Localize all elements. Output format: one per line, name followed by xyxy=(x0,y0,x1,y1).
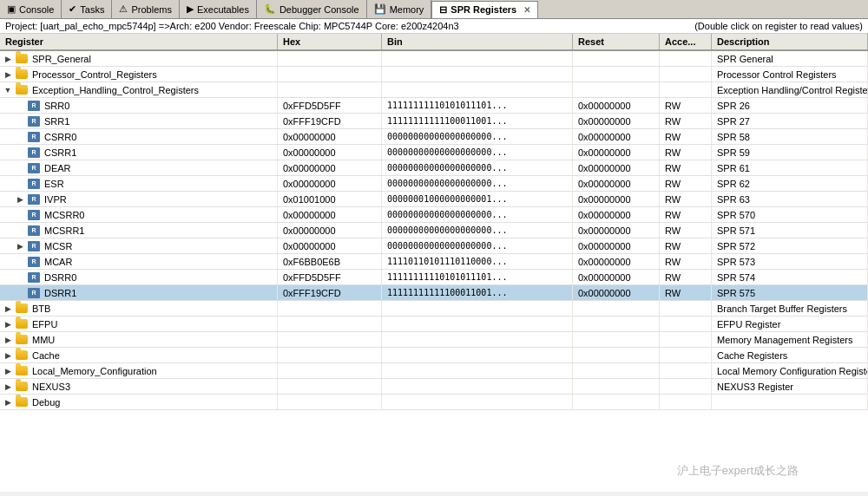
tab-spr-registers[interactable]: ⊟SPR Registers✕ xyxy=(431,1,538,19)
reset-cell: 0x00000000 xyxy=(573,192,660,206)
reset-cell xyxy=(573,348,660,362)
reset-cell: 0x00000000 xyxy=(573,270,660,284)
register-cell: NEXUS3 xyxy=(0,379,278,394)
expand-arrow[interactable] xyxy=(3,55,12,63)
tab-debugger-console[interactable]: 🐛Debugger Console xyxy=(257,0,367,18)
table-row[interactable]: RDSRR10xFFF19CFD11111111111100011001...0… xyxy=(0,285,868,301)
access-cell: RW xyxy=(660,98,712,113)
expand-arrow[interactable] xyxy=(3,382,12,391)
table-row[interactable]: RDEAR0x0000000000000000000000000000...0x… xyxy=(0,160,868,176)
bin-cell xyxy=(382,301,573,316)
table-row[interactable]: RSRR10xFFF19CFD11111111111100011001...0x… xyxy=(0,114,868,129)
description-cell: SPR 62 xyxy=(712,176,868,191)
expand-arrow[interactable] xyxy=(3,367,12,375)
expand-arrow[interactable] xyxy=(16,101,24,110)
table-row[interactable]: MMUMemory Management Registers xyxy=(0,332,868,348)
table-row[interactable]: Exception_Handling_Control_RegistersExce… xyxy=(0,82,868,98)
description-cell: Exception Handling/Control Registers xyxy=(712,82,868,97)
table-row[interactable]: RCSRR10x0000000000000000000000000000...0… xyxy=(0,145,868,160)
description-cell: SPR 575 xyxy=(712,285,868,300)
reset-cell xyxy=(573,379,660,394)
register-name: SRR1 xyxy=(44,116,69,127)
table-row[interactable]: RMCAR0xF6BB0E6B11110110101110110000...0x… xyxy=(0,254,868,270)
expand-arrow[interactable] xyxy=(16,273,24,282)
bin-cell xyxy=(382,82,573,97)
tab-bar: ▣Console✔Tasks⚠Problems▶Executables🐛Debu… xyxy=(0,0,868,19)
table-row[interactable]: RESR0x0000000000000000000000000000...0x0… xyxy=(0,176,868,192)
bin-cell: 11111111111100011001... xyxy=(382,114,573,128)
expand-arrow[interactable] xyxy=(3,86,12,95)
reset-cell xyxy=(573,301,660,316)
hex-cell: 0xF6BB0E6B xyxy=(278,254,382,269)
register-name: SRR0 xyxy=(44,101,69,111)
access-cell: RW xyxy=(660,238,712,253)
hex-cell xyxy=(278,301,382,316)
table-row[interactable]: NEXUS3NEXUS3 Register xyxy=(0,379,868,395)
expand-arrow[interactable] xyxy=(3,336,12,344)
expand-arrow[interactable] xyxy=(3,320,12,329)
register-name: DEAR xyxy=(44,163,71,173)
tab-tasks[interactable]: ✔Tasks xyxy=(62,0,112,18)
hex-cell: 0x00000000 xyxy=(278,145,382,160)
table-row[interactable]: SPR_GeneralSPR General xyxy=(0,51,868,67)
register-icon: R xyxy=(28,132,40,142)
table-row[interactable]: RMCSR0x0000000000000000000000000000...0x… xyxy=(0,238,868,254)
register-icon: R xyxy=(28,241,40,251)
table-row[interactable]: CacheCache Registers xyxy=(0,348,868,363)
expand-arrow[interactable] xyxy=(3,70,12,79)
expand-arrow[interactable] xyxy=(3,351,12,360)
tab-problems[interactable]: ⚠Problems xyxy=(112,0,179,18)
expand-arrow[interactable] xyxy=(16,148,24,157)
expand-arrow[interactable] xyxy=(16,179,24,188)
col-description: Description xyxy=(712,34,868,49)
col-access: Acce... xyxy=(660,34,712,49)
access-cell: RW xyxy=(660,207,712,222)
expand-arrow[interactable] xyxy=(3,398,12,407)
expand-arrow[interactable] xyxy=(3,304,12,313)
expand-arrow[interactable] xyxy=(16,195,24,204)
col-reset: Reset xyxy=(573,34,660,49)
expand-arrow[interactable] xyxy=(16,226,24,235)
table-row[interactable]: RMCSRR10x0000000000000000000000000000...… xyxy=(0,223,868,238)
table-row[interactable]: BTBBranch Target Buffer Registers xyxy=(0,301,868,317)
bin-cell: 11111111111100011001... xyxy=(382,285,573,300)
bin-cell xyxy=(382,317,573,331)
reset-cell: 0x00000000 xyxy=(573,223,660,238)
debugger-console-icon: 🐛 xyxy=(264,3,276,15)
tab-console[interactable]: ▣Console xyxy=(0,0,62,18)
expand-arrow[interactable] xyxy=(16,211,24,219)
access-cell xyxy=(660,348,712,362)
expand-arrow[interactable] xyxy=(16,289,24,297)
table-row[interactable]: Processor_Control_RegistersProcessor Con… xyxy=(0,67,868,82)
description-cell: NEXUS3 Register xyxy=(712,379,868,394)
expand-arrow[interactable] xyxy=(16,242,24,251)
tab-executables[interactable]: ▶Executables xyxy=(180,0,257,18)
table-row[interactable]: Debug xyxy=(0,395,868,410)
table-row[interactable]: RDSRR00xFFD5D5FF11111111110101011101...0… xyxy=(0,270,868,285)
table-row[interactable]: Local_Memory_ConfigurationLocal Memory C… xyxy=(0,363,868,379)
register-icon: R xyxy=(28,116,40,127)
hex-cell xyxy=(278,51,382,66)
info-bar: Project: [uart_pal_echo_mpc5744p] =>Arch… xyxy=(0,19,868,34)
table-row[interactable]: RCSRR00x0000000000000000000000000000...0… xyxy=(0,129,868,145)
register-name: MMU xyxy=(32,335,55,345)
hex-cell xyxy=(278,317,382,331)
expand-arrow[interactable] xyxy=(16,133,24,141)
table-row[interactable]: RSRR00xFFD5D5FF11111111110101011101...0x… xyxy=(0,98,868,114)
close-icon[interactable]: ✕ xyxy=(523,5,530,15)
register-icon: R xyxy=(28,101,40,111)
folder-icon xyxy=(16,335,28,344)
tab-memory[interactable]: 💾Memory xyxy=(367,0,432,18)
table-row[interactable]: EFPUEFPU Register xyxy=(0,317,868,332)
access-cell: RW xyxy=(660,285,712,300)
access-cell xyxy=(660,332,712,347)
register-cell: SPR_General xyxy=(0,51,278,66)
access-cell xyxy=(660,67,712,82)
hex-cell: 0x00000000 xyxy=(278,223,382,238)
table-row[interactable]: RMCSRR00x0000000000000000000000000000...… xyxy=(0,207,868,223)
expand-arrow[interactable] xyxy=(16,164,24,173)
expand-arrow[interactable] xyxy=(16,117,24,126)
table-body: SPR_GeneralSPR GeneralProcessor_Control_… xyxy=(0,51,868,492)
table-row[interactable]: RIVPR0x0100100000000001000000000001...0x… xyxy=(0,192,868,207)
expand-arrow[interactable] xyxy=(16,258,24,266)
